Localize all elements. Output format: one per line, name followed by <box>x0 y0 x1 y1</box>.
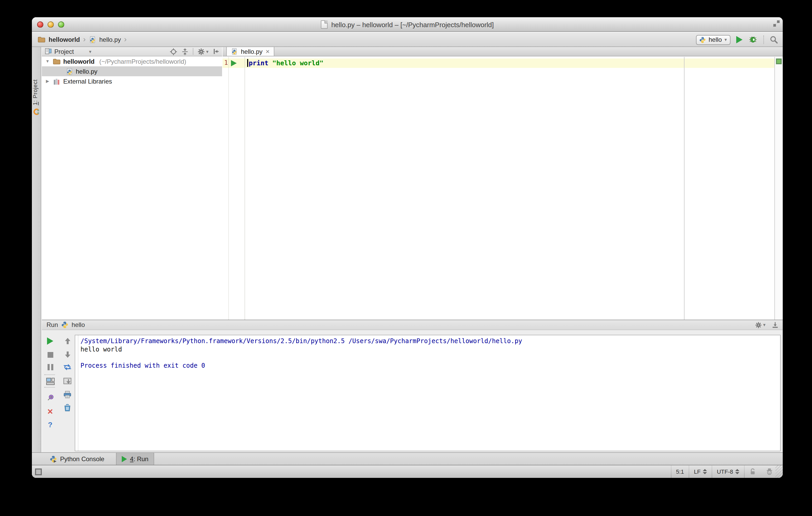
project-view-icon <box>45 48 52 55</box>
toolbar-separator <box>45 387 55 388</box>
help-button[interactable]: ? <box>45 420 56 429</box>
pycharm-window: hello.py – helloworld – [~/PycharmProjec… <box>32 17 783 478</box>
print-button[interactable] <box>62 390 73 399</box>
minimize-window-button[interactable] <box>48 22 54 28</box>
pin-tab-button[interactable] <box>45 393 56 402</box>
document-icon <box>321 20 328 29</box>
tab-hello-py[interactable]: hello.py × <box>226 47 274 56</box>
text-caret <box>247 59 248 67</box>
traffic-lights <box>37 22 64 28</box>
collapse-all-icon[interactable] <box>181 48 189 55</box>
run-controls: hello ▾ <box>696 32 778 47</box>
line-separator-widget[interactable]: LF <box>689 465 712 478</box>
scroll-to-end-button[interactable] <box>62 376 73 386</box>
search-everywhere-icon[interactable] <box>770 35 778 44</box>
breadcrumb-chevron-icon: › <box>83 34 86 43</box>
updown-arrows-icon <box>703 469 707 474</box>
console-line: hello world <box>81 345 777 354</box>
restore-layout-button[interactable] <box>45 376 56 386</box>
desktop: hello.py – helloworld – [~/PycharmProjec… <box>0 0 812 516</box>
right-margin-guide <box>684 57 685 320</box>
pause-output-button[interactable] <box>45 362 56 372</box>
title-bar[interactable]: hello.py – helloworld – [~/PycharmProjec… <box>32 17 783 32</box>
stop-button[interactable] <box>45 350 56 359</box>
soft-wrap-button[interactable] <box>62 362 73 372</box>
tree-item-label: helloworld <box>63 58 94 65</box>
inspection-status-indicator[interactable] <box>776 59 782 64</box>
code-editor[interactable]: 1 print "hello world" <box>223 57 774 320</box>
debug-button[interactable] <box>748 35 758 44</box>
fullscreen-expand-icon[interactable] <box>773 20 780 27</box>
next-occurrence-button[interactable] <box>62 350 73 359</box>
tree-item-path: (~/PycharmProjects/helloworld) <box>99 58 186 65</box>
window-title: hello.py – helloworld – [~/PycharmProjec… <box>331 21 494 28</box>
hector-inspector-icon[interactable] <box>761 465 776 478</box>
run-line-icon[interactable] <box>231 60 237 66</box>
rerun-button[interactable] <box>45 336 56 346</box>
tree-row-external-libraries[interactable]: ▶ External Libraries <box>42 76 222 86</box>
updown-arrows-icon <box>735 469 740 474</box>
chevron-down-icon: ▾ <box>206 49 208 54</box>
tree-item-label: hello.py <box>76 68 97 75</box>
zoom-window-button[interactable] <box>58 22 64 28</box>
readonly-lock-icon[interactable] <box>745 465 761 478</box>
clear-all-button[interactable] <box>62 403 73 412</box>
folder-icon <box>38 36 46 43</box>
tree-expanded-icon[interactable]: ▼ <box>45 59 50 64</box>
chevron-down-icon: ▾ <box>724 37 727 42</box>
hide-panel-icon[interactable] <box>213 48 220 55</box>
window-title-area: hello.py – helloworld – [~/PycharmProjec… <box>94 17 720 32</box>
status-bar: 5:1 LF UTF-8 <box>32 465 783 478</box>
line-number: 1 <box>224 59 228 66</box>
tree-row-hello-py[interactable]: hello.py <box>42 66 222 76</box>
toolbar-separator <box>45 374 55 375</box>
console-line <box>81 354 777 362</box>
toolbar-separator <box>763 35 764 44</box>
run-tool-window: Run hello <box>42 320 783 452</box>
toolwindow-bar: Python Console 4: Run <box>32 452 783 465</box>
python-console-tab[interactable]: Python Console <box>45 453 110 465</box>
run-tool-window-header[interactable]: Run hello <box>42 320 783 330</box>
close-button[interactable]: ✕ <box>45 407 56 416</box>
chevron-down-icon: ▾ <box>763 322 765 328</box>
python-file-icon <box>89 36 96 43</box>
breadcrumb-file[interactable]: hello.py <box>89 36 121 43</box>
run-tab-label: 4: Run <box>130 455 148 462</box>
breadcrumb-file-label: hello.py <box>99 36 121 43</box>
caret-position-widget[interactable]: 5:1 <box>671 465 689 478</box>
inspection-stripe <box>774 57 783 320</box>
resize-grip[interactable] <box>776 465 783 478</box>
tab-close-icon[interactable]: × <box>266 48 270 55</box>
settings-gear-icon[interactable]: ▾ <box>755 322 765 328</box>
run-console-output[interactable]: /System/Library/Frameworks/Python.framew… <box>75 335 781 451</box>
project-tree: ▼ helloworld (~/PycharmProjects/hellowor… <box>42 56 222 86</box>
console-line: Process finished with exit code 0 <box>81 362 777 370</box>
run-button[interactable] <box>736 36 743 43</box>
project-view-select[interactable]: Project ▾ <box>45 48 91 55</box>
tree-item-label: External Libraries <box>63 78 112 85</box>
breadcrumb-project[interactable]: helloworld <box>38 36 80 43</box>
run-tab[interactable]: 4: Run <box>116 453 154 465</box>
console-line: /System/Library/Frameworks/Python.framew… <box>81 337 777 345</box>
run-tab-icon <box>121 456 127 462</box>
run-panel-body: ✕ ? <box>42 331 783 452</box>
tree-collapsed-icon[interactable]: ▶ <box>45 79 50 84</box>
toggle-toolwindow-buttons-icon[interactable] <box>35 468 42 475</box>
python-logo-icon <box>61 321 68 329</box>
python-logo-icon <box>699 36 706 43</box>
locate-file-icon[interactable] <box>170 48 177 55</box>
run-configuration-select[interactable]: hello ▾ <box>696 35 730 44</box>
stripe-tool-icon[interactable] <box>33 108 40 115</box>
settings-gear-icon[interactable]: ▾ <box>198 48 208 55</box>
prev-occurrence-button[interactable] <box>62 336 73 346</box>
editor-tab-bar: hello.py × <box>223 47 783 56</box>
encoding-widget[interactable]: UTF-8 <box>712 465 744 478</box>
breadcrumb-chevron-icon: › <box>124 34 127 43</box>
hide-toolwindow-icon[interactable] <box>772 322 779 328</box>
project-panel-header: Project ▾ <box>42 47 222 56</box>
project-toolwindow-stripe-button[interactable]: 1: Project <box>32 80 41 105</box>
editor-gutter: 1 <box>223 57 245 320</box>
project-view-label: Project <box>54 48 74 55</box>
tree-row-project-root[interactable]: ▼ helloworld (~/PycharmProjects/hellowor… <box>42 56 222 66</box>
close-window-button[interactable] <box>37 22 44 28</box>
